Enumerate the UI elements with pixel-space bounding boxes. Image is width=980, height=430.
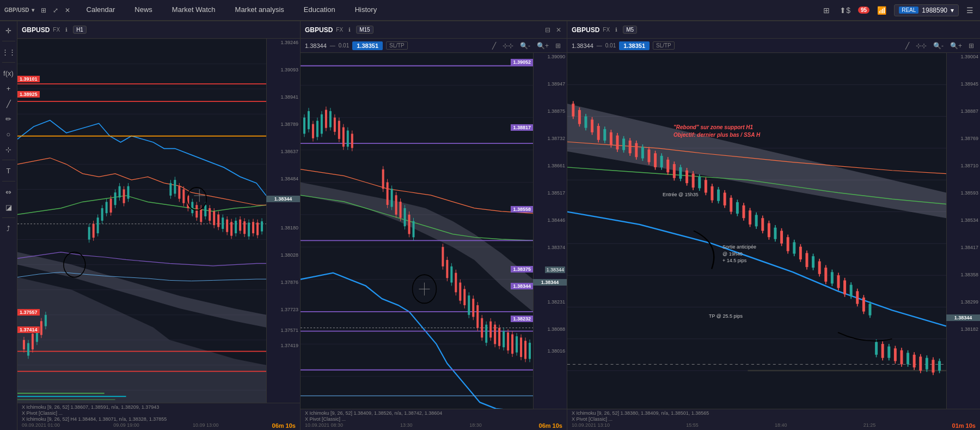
- chart-body-3[interactable]: 1.39004 1.38945 1.38887 1.38769 1.38710 …: [567, 53, 980, 409]
- chart2-close[interactable]: ✕: [555, 25, 562, 35]
- chart1-indicator-2: X Pivot [Classic] ...: [22, 410, 296, 416]
- chart2-indicator-2: X Pivot [Classic] ...: [305, 416, 562, 422]
- svg-rect-318: [863, 295, 865, 314]
- svg-rect-322: [876, 340, 877, 358]
- line-tool[interactable]: ╱: [1, 96, 16, 111]
- svg-rect-201: [517, 333, 517, 356]
- chart2-spread-val: 0.01: [339, 43, 349, 49]
- separator3: [2, 160, 15, 160]
- chart1-indicator-1: X Ichimoku [9, 26, 52] 1.38607, 1.38591,…: [22, 404, 296, 410]
- pair-dropdown-arrow[interactable]: ▾: [32, 7, 34, 13]
- chart-icon[interactable]: ⊞: [39, 5, 48, 15]
- chart2-time2: 13:30: [400, 422, 413, 429]
- svg-rect-290: [775, 225, 776, 241]
- svg-rect-65: [183, 186, 184, 207]
- svg-rect-137: [326, 107, 326, 131]
- chart2-timeframe[interactable]: M15: [356, 26, 373, 34]
- svg-rect-59: [170, 180, 171, 199]
- svg-rect-326: [889, 344, 890, 360]
- close-chart-icon[interactable]: ✕: [63, 5, 72, 15]
- pair-selector[interactable]: GBP/USD ▾: [4, 7, 34, 13]
- chart-panel-1: GBPUSD FX ℹ H1: [17, 21, 301, 430]
- chart2-indicators[interactable]: ⊹⊹: [501, 41, 515, 51]
- chart1-current-price: 1.38344: [266, 196, 300, 202]
- account-dropdown[interactable]: ▾: [951, 7, 954, 14]
- chart2-collapse[interactable]: ⊟: [544, 25, 552, 35]
- chart2-zoom-out[interactable]: 🔍-: [518, 41, 532, 51]
- svg-rect-244: [629, 138, 630, 156]
- notification-badge[interactable]: 95: [858, 7, 869, 14]
- svg-rect-274: [724, 190, 725, 208]
- chart3-indicators[interactable]: ⊹⊹: [914, 41, 928, 51]
- formula-tool[interactable]: f(x): [1, 66, 16, 80]
- layers-tool[interactable]: ◪: [1, 200, 16, 214]
- chart3-zoom-out[interactable]: 🔍-: [932, 41, 945, 51]
- nav-marketwatch[interactable]: Market Watch: [162, 0, 225, 21]
- chart2-zoom-in[interactable]: 🔍+: [535, 41, 550, 51]
- svg-rect-250: [648, 147, 650, 165]
- chart2-info-icon[interactable]: ℹ: [346, 26, 353, 34]
- slider-tool[interactable]: ⇔: [1, 185, 16, 199]
- svg-rect-288: [769, 221, 770, 240]
- chart-body-1[interactable]: 1.39246 1.39093 1.38941 1.38789 1.38637 …: [17, 39, 300, 403]
- chart2-sltp[interactable]: SL/TP: [386, 41, 408, 50]
- chart3-timeframe[interactable]: M5: [623, 26, 637, 34]
- chart3-ask[interactable]: 1.38351: [619, 41, 650, 50]
- chart3-line-tool[interactable]: ╱: [904, 41, 911, 51]
- chart3-trade-bar: 1.38344 — 0.01 1.38351 SL/TP ╱ ⊹⊹ 🔍- 🔍+ …: [567, 39, 980, 53]
- share-tool[interactable]: ⤴: [1, 221, 16, 235]
- bars-tool[interactable]: ⋮⋮: [1, 45, 16, 59]
- expand-icon[interactable]: ⤢: [51, 5, 60, 15]
- chart-header-2: GBPUSD FX ℹ M15 ⊟ ✕: [301, 21, 567, 39]
- nav-calendar[interactable]: Calendar: [77, 0, 125, 21]
- draw-tool[interactable]: ✏: [1, 112, 16, 126]
- account-selector[interactable]: REAL 1988590 ▾: [894, 4, 959, 16]
- chart3-zoom-in[interactable]: 🔍+: [948, 41, 964, 51]
- circle-tool[interactable]: ○: [1, 127, 16, 141]
- svg-rect-151: [383, 166, 383, 192]
- chart2-more[interactable]: ⊞: [554, 41, 562, 51]
- svg-rect-286: [762, 216, 763, 234]
- text-tool[interactable]: T: [1, 163, 16, 178]
- svg-rect-278: [737, 199, 738, 216]
- measure-tool[interactable]: ⊹: [1, 142, 16, 156]
- chart2-line-tool[interactable]: ╱: [491, 41, 498, 51]
- svg-rect-167: [443, 244, 443, 269]
- svg-rect-161: [405, 205, 405, 229]
- deposit-icon[interactable]: ⬆$: [837, 5, 853, 16]
- svg-rect-276: [731, 195, 732, 214]
- svg-rect-177: [464, 286, 465, 308]
- chart-body-2[interactable]: 1.39090 1.38947 1.38875 1.38732 1.38661 …: [301, 53, 567, 409]
- nav-marketanalysis[interactable]: Market analysis: [225, 0, 294, 21]
- chart3-symbol: GBPUSD: [572, 26, 599, 34]
- chart2-level-1.38375: 1.38375: [511, 266, 533, 272]
- chart3-more[interactable]: ⊞: [967, 41, 976, 51]
- svg-rect-242: [623, 136, 624, 153]
- menu-icon[interactable]: ☰: [964, 5, 976, 16]
- nav-history[interactable]: History: [345, 0, 387, 21]
- svg-rect-195: [504, 328, 504, 351]
- chart-footer-3: X Ichimoku [9, 26, 52] 1.38380, 1.38409,…: [567, 409, 980, 430]
- svg-rect-302: [813, 253, 814, 270]
- cursor-tool[interactable]: ✛: [1, 23, 16, 38]
- chart2-level-1.39052: 1.39052: [511, 59, 533, 65]
- svg-rect-61: [175, 177, 175, 197]
- chart1-timeframe[interactable]: H1: [73, 26, 87, 34]
- plus-tool[interactable]: +: [1, 81, 16, 95]
- chart2-level-1.38232: 1.38232: [511, 316, 533, 322]
- chart3-sltp[interactable]: SL/TP: [653, 41, 675, 50]
- svg-rect-240: [617, 133, 618, 152]
- nav-news[interactable]: News: [125, 0, 162, 21]
- chart2-symbol: GBPUSD: [305, 26, 333, 34]
- chart2-ask[interactable]: 1.38351: [352, 41, 383, 50]
- chart1-svg: [17, 39, 266, 403]
- svg-rect-41: [93, 221, 94, 241]
- nav-education[interactable]: Education: [294, 0, 345, 21]
- chart1-info-icon[interactable]: ℹ: [63, 26, 70, 34]
- chart1-time1: 09.09.2021 01:00: [22, 422, 60, 429]
- chart3-info-icon[interactable]: ℹ: [613, 26, 620, 34]
- svg-rect-262: [687, 168, 688, 186]
- svg-rect-93: [244, 218, 245, 237]
- svg-rect-234: [598, 123, 599, 142]
- layout-icon[interactable]: ⊞: [821, 5, 832, 16]
